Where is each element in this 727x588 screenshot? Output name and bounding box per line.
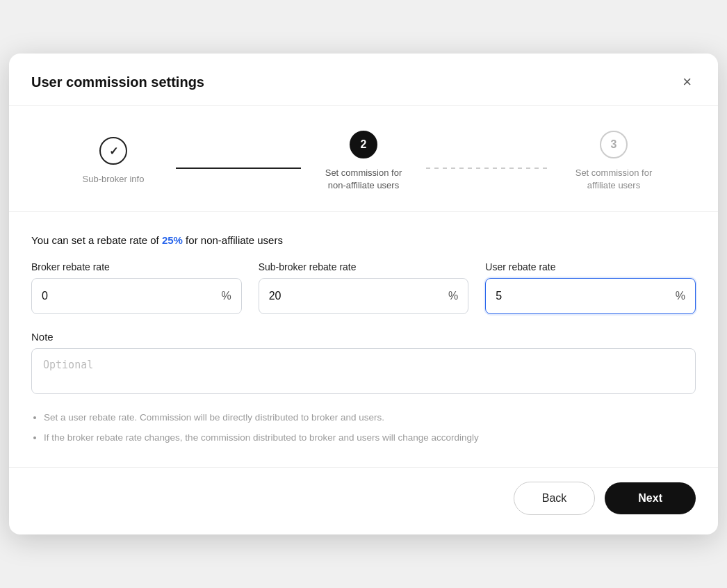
connector-2-3 <box>426 168 551 169</box>
hint-item-1: Set a user rebate rate. Commission will … <box>44 411 696 425</box>
user-rebate-input-wrapper: % <box>485 278 696 314</box>
note-section: Note <box>31 331 696 397</box>
note-label: Note <box>31 331 696 343</box>
broker-rebate-input[interactable] <box>42 290 218 302</box>
sub-broker-rebate-input[interactable] <box>269 290 446 302</box>
connector-1-2 <box>176 168 301 169</box>
modal-title: User commission settings <box>31 74 204 90</box>
step-label-1: Sub-broker info <box>83 173 145 186</box>
broker-rebate-label: Broker rebate rate <box>31 261 242 272</box>
modal-body: You can set a rebate rate of 25% for non… <box>9 212 718 467</box>
broker-rebate-input-wrapper: % <box>31 278 242 314</box>
modal-header: User commission settings × <box>9 54 718 106</box>
fields-row: Broker rebate rate % Sub-broker rebate r… <box>31 261 696 314</box>
user-rebate-field-group: User rebate rate % <box>485 261 696 314</box>
stepper-row: ✓ Sub-broker info 2 Set commission forno… <box>51 131 676 192</box>
step-circle-3: 3 <box>600 131 628 158</box>
modal-footer: Back Next <box>9 467 718 534</box>
step-item-3: 3 Set commission foraffiliate users <box>551 131 676 192</box>
step-circle-2: 2 <box>350 131 377 158</box>
broker-rebate-pct: % <box>221 290 231 302</box>
user-rebate-label: User rebate rate <box>485 261 696 272</box>
back-button[interactable]: Back <box>514 482 596 515</box>
modal-container: User commission settings × ✓ Sub-broker … <box>9 54 718 534</box>
user-rebate-pct: % <box>676 290 685 302</box>
hint-list: Set a user rebate rate. Commission will … <box>31 411 696 445</box>
note-input[interactable] <box>31 348 696 394</box>
close-button[interactable]: × <box>678 73 696 91</box>
rebate-info: You can set a rebate rate of 25% for non… <box>31 234 696 246</box>
broker-rebate-field-group: Broker rebate rate % <box>31 261 242 314</box>
sub-broker-rebate-label: Sub-broker rebate rate <box>259 261 469 272</box>
sub-broker-rebate-pct: % <box>448 290 458 302</box>
user-rebate-input[interactable] <box>496 290 672 302</box>
step-item-1: ✓ Sub-broker info <box>51 137 176 186</box>
hint-item-2: If the broker rebate rate changes, the c… <box>44 431 696 445</box>
step-item-2: 2 Set commission fornon-affiliate users <box>301 131 426 192</box>
next-button[interactable]: Next <box>605 482 696 514</box>
step-circle-1: ✓ <box>99 137 127 165</box>
sub-broker-rebate-input-wrapper: % <box>259 278 469 314</box>
rebate-rate: 25% <box>162 234 183 246</box>
stepper-section: ✓ Sub-broker info 2 Set commission forno… <box>9 106 718 212</box>
step-label-2: Set commission fornon-affiliate users <box>325 167 402 192</box>
sub-broker-rebate-field-group: Sub-broker rebate rate % <box>259 261 469 314</box>
step-label-3: Set commission foraffiliate users <box>575 167 653 192</box>
